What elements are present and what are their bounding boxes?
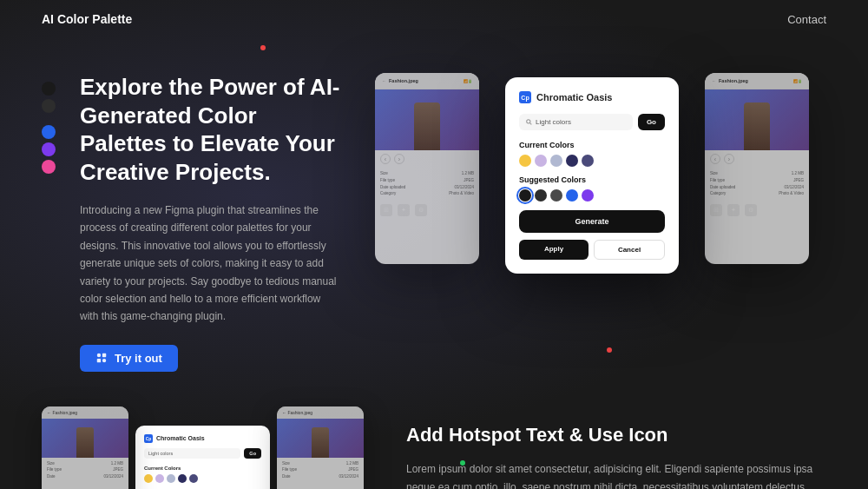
hero-section: Explore the Power of AI-Generated Color … xyxy=(0,64,868,372)
action-icon-r2: ✦ xyxy=(727,204,740,216)
suggested-colors-row xyxy=(519,189,665,202)
cta-label: Try it out xyxy=(115,352,162,365)
bottom-current-label: Current Colors xyxy=(144,466,261,471)
bottom-mockups: ← Fashion.jpeg Size1.2 MB File typeJPEG … xyxy=(42,406,372,489)
phone-right-image xyxy=(705,89,809,150)
modal-logo: Cp xyxy=(519,91,531,103)
svg-rect-1 xyxy=(102,354,106,357)
suggested-dot-3[interactable] xyxy=(550,189,562,202)
bottom-text: Add Hotspot Text & Use Icon Lorem ipsum … xyxy=(406,406,826,489)
bottom-phone-right-info: Size1.2 MB File typeJPEG Date03/12/2024 xyxy=(277,458,364,485)
mockup-area: ← Fashion.jpeg 📶🔋 ‹ › Size1.2 MB File ty… xyxy=(358,64,826,273)
svg-point-3 xyxy=(102,359,106,362)
phone-right-actions: ⊞ ✦ ⚙ xyxy=(705,202,809,219)
bottom-section: ← Fashion.jpeg Size1.2 MB File typeJPEG … xyxy=(0,398,868,489)
phone-left-info: Size1.2 MB File typeJPEG Date uploaded03… xyxy=(375,168,479,202)
phone-right-nav: ‹ › xyxy=(705,150,809,168)
bottom-phone-left-img xyxy=(42,419,128,458)
action-icon-r3: ⚙ xyxy=(745,204,757,216)
decoration-dot-red-1 xyxy=(260,45,266,50)
phone-right-header: ← Fashion.jpeg 📶🔋 xyxy=(705,73,809,89)
swatch-purple xyxy=(42,142,56,156)
swatch-group-color xyxy=(42,125,56,174)
action-icon-1: ⊞ xyxy=(380,204,392,216)
modal-action-row: Apply Cancel xyxy=(519,240,665,260)
modal-search-input[interactable]: Light colors xyxy=(519,114,633,130)
bottom-modal-logo: Cp xyxy=(144,434,153,443)
bottom-phone-right-header: ← Fashion.jpeg xyxy=(277,406,364,419)
arrow-right-icon: › xyxy=(394,154,404,164)
suggested-dot-1[interactable] xyxy=(519,189,531,202)
current-dot-1[interactable] xyxy=(519,155,531,167)
modal-title: Cp Chromatic Oasis xyxy=(519,91,665,103)
hero-title: Explore the Power of AI-Generated Color … xyxy=(80,73,340,186)
current-dot-5[interactable] xyxy=(582,155,594,167)
figma-icon xyxy=(95,352,108,364)
bottom-description: Lorem ipsum dolor sit amet consectetur, … xyxy=(406,460,826,489)
modal-go-button[interactable]: Go xyxy=(638,114,665,130)
current-dot-3[interactable] xyxy=(550,155,562,167)
b-dot-4[interactable] xyxy=(178,474,187,483)
action-icon-r1: ⊞ xyxy=(710,204,722,216)
current-colors-label: Current Colors xyxy=(519,141,665,149)
bottom-modal-search: Light colors Go xyxy=(144,448,261,459)
suggested-dot-2[interactable] xyxy=(535,189,547,202)
swatch-pink xyxy=(42,160,56,174)
arrow-right-icon-r: › xyxy=(724,154,734,164)
bottom-phone-left-figure xyxy=(76,427,94,458)
svg-point-4 xyxy=(527,120,530,123)
bottom-phone-right-figure xyxy=(312,427,329,458)
bottom-modal-title: Cp Chromatic Oasis xyxy=(144,434,261,443)
suggested-dot-4[interactable] xyxy=(566,189,578,202)
swatch-blue xyxy=(42,125,56,139)
b-dot-1[interactable] xyxy=(144,474,153,483)
current-dot-2[interactable] xyxy=(535,155,547,167)
phone-left-header: ← Fashion.jpeg 📶🔋 xyxy=(375,73,479,89)
swatch-group-dark xyxy=(42,82,56,113)
generate-button[interactable]: Generate xyxy=(519,210,665,233)
navbar: AI Color Palette Contact xyxy=(0,0,868,38)
bottom-title: Add Hotspot Text & Use Icon xyxy=(406,424,826,446)
bottom-phone-right-img xyxy=(277,419,364,458)
nav-contact[interactable]: Contact xyxy=(787,13,826,26)
bottom-search-input[interactable]: Light colors xyxy=(144,448,240,459)
bottom-current-colors xyxy=(144,474,261,483)
suggested-colors-label: Suggested Colors xyxy=(519,175,665,184)
search-icon xyxy=(526,119,532,125)
phone-left-actions: ⊞ ✦ ⚙ xyxy=(375,202,479,219)
swatch-dark xyxy=(42,99,56,113)
swatch-black xyxy=(42,82,56,96)
action-icon-2: ✦ xyxy=(398,204,410,216)
arrow-left-icon-r: ‹ xyxy=(710,154,720,164)
phone-right: ← Fashion.jpeg 📶🔋 ‹ › Size1.2 MB File ty… xyxy=(705,73,809,264)
try-it-out-button[interactable]: Try it out xyxy=(80,345,178,372)
bottom-phone-right: ← Fashion.jpeg Size1.2 MB File typeJPEG … xyxy=(277,406,364,489)
bottom-phone-left-info: Size1.2 MB File typeJPEG Date03/12/2024 xyxy=(42,458,128,485)
svg-line-5 xyxy=(530,123,532,125)
suggested-dot-5[interactable] xyxy=(582,189,594,202)
current-colors-row xyxy=(519,155,665,167)
b-dot-5[interactable] xyxy=(189,474,198,483)
modal-card-center: Cp Chromatic Oasis Light colors Go Curre… xyxy=(505,77,679,274)
nav-logo: AI Color Palette xyxy=(42,12,132,26)
modal-search-row: Light colors Go xyxy=(519,114,665,130)
phone-right-figure xyxy=(744,102,770,150)
phone-left-nav: ‹ › xyxy=(375,150,479,168)
action-icon-3: ⚙ xyxy=(415,204,427,216)
bottom-phone-left: ← Fashion.jpeg Size1.2 MB File typeJPEG … xyxy=(42,406,128,489)
svg-rect-0 xyxy=(97,354,101,357)
arrow-left-icon: ‹ xyxy=(380,154,391,164)
phone-right-info: Size1.2 MB File typeJPEG Date uploaded03… xyxy=(705,168,809,202)
cancel-button[interactable]: Cancel xyxy=(594,240,665,260)
bottom-modal: Cp Chromatic Oasis Light colors Go Curre… xyxy=(135,426,270,489)
b-dot-3[interactable] xyxy=(167,474,175,483)
color-sidebar xyxy=(42,64,56,372)
bottom-go-button[interactable]: Go xyxy=(244,448,261,459)
phone-left-image xyxy=(375,89,479,150)
apply-button[interactable]: Apply xyxy=(519,240,589,260)
b-dot-2[interactable] xyxy=(155,474,164,483)
phone-left: ← Fashion.jpeg 📶🔋 ‹ › Size1.2 MB File ty… xyxy=(375,73,479,264)
current-dot-4[interactable] xyxy=(566,155,578,167)
svg-rect-2 xyxy=(97,359,101,362)
hero-description: Introducing a new Figma plugin that stre… xyxy=(80,202,340,326)
